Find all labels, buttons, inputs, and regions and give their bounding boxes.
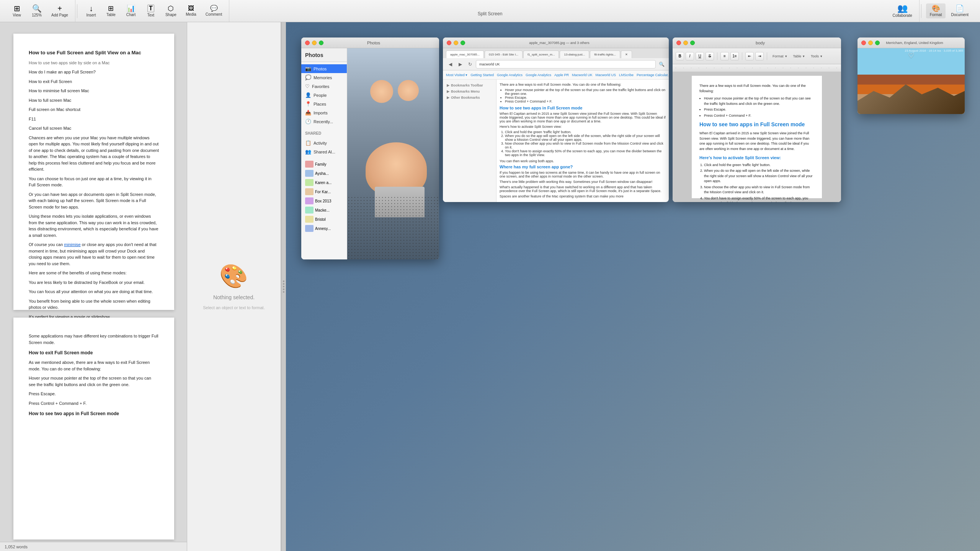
landscape-close-btn[interactable] — [861, 41, 866, 45]
sidebar-item-shared-al[interactable]: 👥 Shared Al... — [301, 147, 347, 156]
pages-intro-text: There are a few ways to exit Full Screen… — [699, 83, 814, 94]
pages-tb-sep-1 — [717, 52, 717, 60]
photos-sidebar-section-main: 📷 Photos 💭 Memories ♡ Favorites — [301, 62, 347, 128]
browser-close-tab[interactable]: ✕ — [621, 51, 632, 58]
browser-content-para-7: Spaces are another feature of the Mac op… — [500, 194, 666, 198]
album-bristol[interactable]: Bristol — [303, 215, 345, 223]
shape-button[interactable]: ⬡ Shape — [162, 3, 180, 18]
collaborate-button[interactable]: 👥 Collaborate — [889, 3, 916, 19]
pages-bold-btn[interactable]: B — [676, 52, 684, 60]
browser-search-btn[interactable]: 🔍 — [657, 60, 666, 68]
browser-title: apple_mac_307085.jpg — and 3 others — [454, 41, 665, 45]
chart-button[interactable]: 📊 Chart — [122, 3, 140, 18]
pages-heading-activate: Here's how to activate Split Screen view… — [699, 155, 814, 161]
bookmark-google-analytics-2[interactable]: Google Analytics — [526, 73, 551, 77]
sidebar-item-places[interactable]: 📍 Places — [301, 99, 347, 108]
bookmark-macworld-us[interactable]: Macworld US — [596, 73, 616, 77]
landscape-window: Merricham, England, United Kingdom 23 Au… — [858, 37, 965, 114]
sidebar-item-imports[interactable]: 📥 Imports — [301, 108, 347, 117]
album-thumb — [305, 188, 314, 195]
pages-underline-btn[interactable]: U — [696, 52, 704, 60]
add-page-button[interactable]: + Add Page — [47, 3, 72, 19]
view-button[interactable]: ⊞ View — [8, 3, 26, 19]
browser-tab-1[interactable]: apple_mac_307085... — [446, 51, 484, 58]
list-item: Now choose the other app you wish to vie… — [505, 142, 666, 149]
photos-window: Photos Photos 📷 Photos 💭 — [301, 37, 439, 259]
album-annesy[interactable]: Annesy... — [303, 224, 345, 233]
sidebar-item-memories[interactable]: 💭 Memories — [301, 73, 347, 82]
document-button[interactable]: 📄 Document — [947, 3, 972, 18]
pages-decrease-indent-btn[interactable]: ⇤ — [745, 52, 754, 60]
bookmark-most-visited[interactable]: Most Visited ▾ — [446, 73, 467, 77]
browser-tab-5[interactable]: f8-traffic-lights... — [590, 51, 620, 58]
photos-icon: 📷 — [305, 66, 311, 72]
pages-close-btn[interactable] — [676, 41, 681, 45]
sidebar-item-activity[interactable]: 📋 Activity — [301, 139, 347, 147]
browser-tab-3[interactable]: f1_split_screen_m... — [523, 51, 559, 58]
album-for-kar[interactable]: For Kar... — [303, 187, 345, 196]
browser-address-bar[interactable]: macworld UK — [476, 60, 656, 68]
album-list: Family Aysha... Karen a... — [301, 158, 347, 234]
format-button[interactable]: 🎨 Format — [926, 3, 946, 18]
doc-para: Or you can have two apps or documents op… — [29, 191, 159, 210]
browser-refresh-btn[interactable]: ↻ — [466, 60, 474, 68]
media-button[interactable]: 🖼 Media — [182, 4, 200, 18]
pages-increase-indent-btn[interactable]: ⇥ — [755, 52, 764, 60]
minimise-link[interactable]: minimise — [64, 242, 80, 247]
pages-para-elcapitan: When El Capitan arrived in 2015 a new Sp… — [699, 131, 814, 152]
pages-title: body — [683, 41, 837, 45]
album-aysha[interactable]: Aysha... — [303, 169, 345, 178]
media-label: Media — [186, 12, 196, 16]
comment-icon: 💬 — [210, 5, 218, 11]
bookmark-apple-pr[interactable]: Apple PR — [554, 73, 569, 77]
pages-number-list-btn[interactable]: 1≡ — [730, 52, 739, 60]
format-icon: 🎨 — [932, 5, 940, 12]
browser-content-para: When El Capitan arrived in 2015 a new Sp… — [500, 112, 666, 123]
sidebar-item-photos[interactable]: 📷 Photos — [301, 64, 347, 73]
pages-list-btn[interactable]: ≡ — [720, 52, 729, 60]
album-karen[interactable]: Karen a... — [303, 178, 345, 187]
browser-content-para-6: What's actually happened is that you hav… — [500, 185, 666, 193]
divider-dot — [283, 291, 284, 293]
browser-forward-btn[interactable]: ▶ — [456, 60, 464, 68]
browser-close-btn[interactable] — [447, 41, 451, 45]
photos-sidebar: Photos 📷 Photos 💭 Memories ♡ — [301, 48, 347, 259]
pages-strikethrough-btn[interactable]: S — [706, 52, 714, 60]
bookmark-google-analytics[interactable]: Google Analytics — [497, 73, 523, 77]
album-family[interactable]: Family — [303, 160, 345, 168]
pages-italic-btn[interactable]: I — [686, 52, 694, 60]
browser-body: ▶ Bookmarks Toolbar ▶ Bookmarks Menu ▶ O… — [443, 80, 669, 202]
bookmark-percentage[interactable]: Percentage Calculat... — [637, 73, 669, 77]
album-macke[interactable]: Macke... — [303, 206, 345, 214]
collaborate-icon: 👥 — [897, 4, 908, 13]
browser-tabs-bar: apple_mac_307085... 015 045 - Edit Site … — [443, 48, 669, 58]
toolbar-center-group: ↓ Insert ⊞ Table 📊 Chart T Text ⬡ Shape … — [79, 0, 229, 22]
bookmark-lmscribe[interactable]: LMScribe — [619, 73, 634, 77]
browser-tab-2[interactable]: 015 045 - Edit Site I... — [485, 51, 523, 58]
doc-para: Of course you can minimise or close any … — [29, 241, 159, 267]
insert-button[interactable]: ↓ Insert — [82, 3, 100, 19]
photos-close-btn[interactable] — [305, 41, 310, 45]
album-box2013[interactable]: Box 2013 — [303, 197, 345, 205]
album-thumb — [305, 179, 314, 186]
pages-tb-sep-2 — [742, 52, 742, 60]
bookmark-getting-started[interactable]: Getting Started — [470, 73, 494, 77]
text-button[interactable]: T Text — [142, 3, 160, 19]
comment-button[interactable]: 💬 Comment — [202, 4, 226, 18]
browser-tab-4[interactable]: 13-dialog-just... — [560, 51, 589, 58]
pages-document: There are a few ways to exit Full Screen… — [692, 76, 822, 198]
bookmark-macworld-uk[interactable]: Macworld UK — [572, 73, 593, 77]
landscape-favorite-icon[interactable]: ♡ — [908, 51, 914, 60]
photos-sidebar-header: Photos — [301, 48, 347, 62]
collaborate-label: Collaborate — [893, 13, 912, 18]
sidebar-item-people[interactable]: 👤 People — [301, 91, 347, 99]
panel-divider[interactable] — [281, 22, 286, 551]
doc-para: Using these modes lets you isolate appli… — [29, 213, 159, 238]
sidebar-item-recently[interactable]: 🕐 Recently... — [301, 117, 347, 126]
album-thumb — [305, 225, 314, 232]
zoom-button[interactable]: 🔍 125% — [28, 3, 46, 19]
sidebar-item-favorites[interactable]: ♡ Favorites — [301, 82, 347, 91]
doc-para: As we mentioned above, there are a few w… — [29, 359, 159, 372]
browser-back-btn[interactable]: ◀ — [446, 60, 454, 68]
table-button[interactable]: ⊞ Table — [102, 3, 120, 18]
